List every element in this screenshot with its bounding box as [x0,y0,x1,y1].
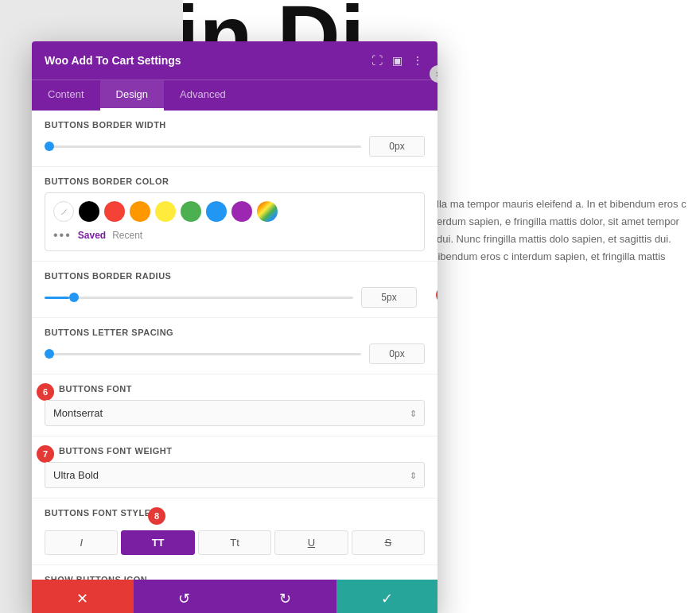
show-icon-section: Show Buttons Icon YES [32,565,438,580]
font-weight-select-wrapper: Ultra Bold [45,462,425,488]
tab-content[interactable]: Content [32,80,100,111]
font-style-strikethrough[interactable]: S [352,530,425,555]
undo-icon: ↺ [178,590,190,607]
color-swatch-green[interactable] [181,201,201,222]
border-radius-track[interactable] [45,297,353,299]
font-weight-section: 7 Buttons Font Weight Ultra Bold [32,436,438,499]
tab-advanced[interactable]: Advanced [164,80,242,111]
color-swatch-red[interactable] [104,201,125,222]
border-width-thumb[interactable] [45,142,54,151]
undo-button[interactable]: ↺ [134,580,235,613]
panel-header-icons: ⛶ ▣ ⋮ [370,52,425,68]
save-button[interactable]: ✓ [336,580,438,613]
font-style-label: Buttons Font Style [45,508,150,518]
font-label: Buttons Font [45,384,132,394]
border-width-section: Buttons Border Width 0px [32,111,438,167]
settings-panel: Woo Add To Cart Settings ⛶ ▣ ⋮ Content D… [32,41,438,613]
color-swatch-black[interactable] [79,201,99,222]
border-radius-thumb[interactable] [69,293,79,302]
font-style-tt2[interactable]: Tt [198,530,271,555]
save-icon: ✓ [381,590,393,607]
letter-spacing-slider-row [45,343,425,364]
font-weight-label: Buttons Font Weight [45,446,173,456]
color-saved-row: ••• Saved Recent [53,228,416,242]
border-color-section: Buttons Border Color ⟋ ••• Saved Recen [32,167,438,262]
panel-tabs: Content Design Advanced ✕ [32,80,438,111]
font-select-wrapper: Montserrat [45,400,425,426]
font-select[interactable]: Montserrat [45,400,425,426]
panel-close-button[interactable]: ✕ [430,65,438,83]
border-width-track[interactable] [45,145,361,148]
color-swatch-yellow[interactable] [155,201,176,222]
redo-button[interactable]: ↻ [235,580,336,613]
panel-footer: ✕ ↺ ↻ ✓ [32,580,438,613]
color-swatch-gradient[interactable] [257,201,278,222]
color-saved-button[interactable]: Saved [78,230,106,241]
more-icon[interactable]: ⋮ [410,52,425,68]
panel-title: Woo Add To Cart Settings [45,54,181,67]
panel-header: Woo Add To Cart Settings ⛶ ▣ ⋮ [32,41,438,80]
letter-spacing-thumb[interactable] [45,349,54,359]
color-swatch-orange[interactable] [130,201,150,222]
badge-6: 6 [37,383,54,401]
panel-body: Buttons Border Width 0px Buttons Border … [32,111,438,580]
cancel-button[interactable]: ✕ [32,580,134,613]
layout-icon[interactable]: ▣ [391,52,404,68]
tab-design[interactable]: Design [100,80,164,111]
fullscreen-icon[interactable]: ⛶ [370,52,384,68]
font-style-italic[interactable]: I [45,530,118,555]
font-style-row: I TT Tt U S [45,530,425,555]
color-swatch-blue[interactable] [206,201,227,222]
color-picker-area: ⟋ ••• Saved Recent [45,192,425,251]
font-weight-select[interactable]: Ultra Bold [45,462,425,488]
letter-spacing-track[interactable] [45,353,361,355]
color-recent-button[interactable]: Recent [112,230,142,241]
border-width-label: Buttons Border Width [45,120,425,130]
font-style-section: Buttons Font Style 8 I TT Tt U S [32,499,438,565]
badge-7: 7 [37,445,54,463]
border-color-label: Buttons Border Color [45,177,425,186]
badge-5: 5 [436,286,438,304]
border-radius-slider-row: 5 [45,287,425,308]
border-radius-label: Buttons Border Radius [45,271,425,281]
letter-spacing-input[interactable] [369,343,425,364]
color-dots: ••• [53,228,72,242]
redo-icon: ↻ [279,590,291,607]
font-section: 6 Buttons Font Montserrat [32,374,438,436]
badge-8: 8 [148,507,165,525]
color-swatch-transparent[interactable]: ⟋ [53,201,74,222]
cancel-icon: ✕ [76,590,88,607]
border-width-slider-row: 0px [45,136,425,157]
color-swatch-row: ⟋ [53,201,416,222]
font-style-underline[interactable]: U [274,530,348,555]
color-swatch-purple[interactable] [231,201,252,222]
border-radius-section: Buttons Border Radius 5 [32,262,438,318]
border-width-input[interactable]: 0px [369,136,425,157]
border-radius-input[interactable] [361,287,417,308]
font-style-tt[interactable]: TT [121,530,194,555]
border-radius-fill [45,297,69,299]
letter-spacing-section: Buttons Letter Spacing [32,318,438,374]
letter-spacing-label: Buttons Letter Spacing [45,328,425,337]
